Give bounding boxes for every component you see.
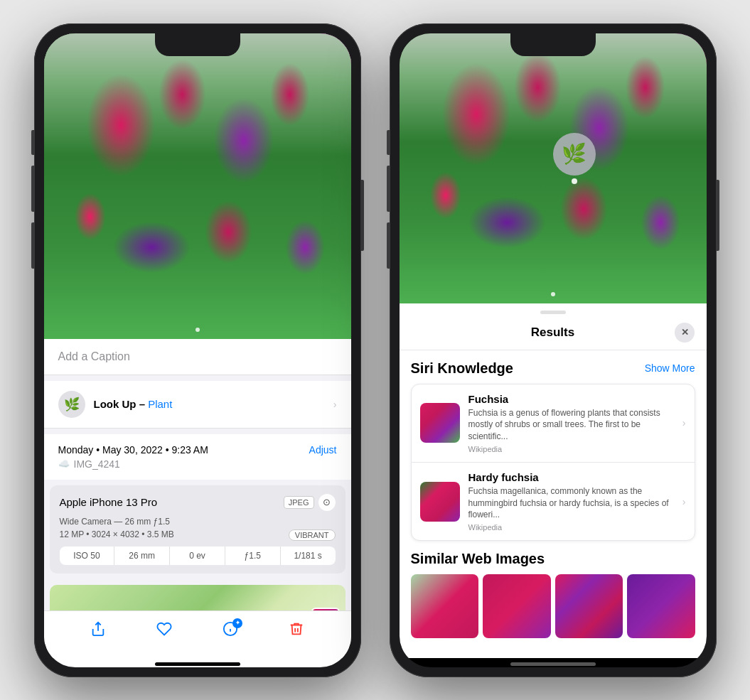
results-header: Results ✕ xyxy=(400,314,707,350)
camera-section: Apple iPhone 13 Pro JPEG ⊙ Wide Camera —… xyxy=(50,485,345,574)
photo-display-right[interactable]: 🌿 xyxy=(400,33,707,303)
file-name: IMG_4241 xyxy=(74,458,120,470)
right-phone: 🌿 Results ✕ Siri Knowledge Show More xyxy=(390,23,717,677)
similar-image-3[interactable] xyxy=(555,574,623,638)
fuchsia-thumbnail xyxy=(420,403,460,443)
fuchsia-chevron-icon: › xyxy=(682,417,686,429)
volume-up-button-right[interactable] xyxy=(387,166,390,212)
similar-images-grid xyxy=(411,574,695,638)
page-indicator xyxy=(195,328,200,332)
lookup-row[interactable]: 🌿 Look Up – Plant › xyxy=(44,381,351,429)
info-button[interactable]: ✦ xyxy=(223,621,238,641)
fuchsia-name: Fuchsia xyxy=(468,393,674,405)
lookup-icon: 🌿 xyxy=(58,391,85,418)
hardy-fuchsia-source: Wikipedia xyxy=(468,523,674,532)
mute-button[interactable] xyxy=(31,130,34,155)
home-indicator xyxy=(155,662,240,666)
hardy-fuchsia-thumbnail xyxy=(420,482,460,522)
siri-dot xyxy=(572,178,577,184)
close-button[interactable]: ✕ xyxy=(675,323,695,343)
results-title: Results xyxy=(531,325,574,340)
location-icon: ⊙ xyxy=(318,494,336,511)
lookup-chevron-icon: › xyxy=(333,399,337,410)
flower-image xyxy=(44,33,351,339)
mute-button-right[interactable] xyxy=(387,130,390,155)
hardy-fuchsia-chevron-icon: › xyxy=(682,496,686,507)
map-thumbnail xyxy=(311,608,340,610)
similar-image-2[interactable] xyxy=(483,574,551,638)
map-thumb-image xyxy=(313,609,338,610)
siri-knowledge-title: Siri Knowledge xyxy=(411,360,513,377)
jpeg-badge: JPEG xyxy=(284,496,314,509)
fuchsia-info: Fuchsia Fuchsia is a genus of flowering … xyxy=(468,393,674,453)
favorite-button[interactable] xyxy=(156,621,172,641)
volume-up-button[interactable] xyxy=(31,166,34,212)
meta-section: Monday • May 30, 2022 • 9:23 AM Adjust ☁… xyxy=(44,434,351,480)
cloud-icon: ☁️ xyxy=(58,458,70,469)
exif-focal: 26 mm xyxy=(114,546,170,565)
toolbar-bottom: ✦ xyxy=(44,610,351,658)
siri-knowledge-header: Siri Knowledge Show More xyxy=(411,360,695,377)
fuchsia-source: Wikipedia xyxy=(468,445,674,453)
left-phone: Add a Caption 🌿 Look Up – Plant › Monday… xyxy=(34,23,361,677)
adjust-button[interactable]: Adjust xyxy=(309,444,337,456)
file-info: ☁️ IMG_4241 xyxy=(58,458,337,470)
photo-date: Monday • May 30, 2022 • 9:23 AM xyxy=(58,444,208,456)
notch xyxy=(155,33,240,56)
vibrant-badge: VIBRANT xyxy=(289,529,336,541)
home-indicator-right xyxy=(510,662,596,666)
show-more-button[interactable]: Show More xyxy=(645,362,695,374)
similar-image-4[interactable] xyxy=(627,574,695,638)
knowledge-item-fuchsia[interactable]: Fuchsia Fuchsia is a genus of flowering … xyxy=(412,384,695,463)
delete-button[interactable] xyxy=(289,621,304,641)
exif-iso: ISO 50 xyxy=(60,546,115,565)
map-preview[interactable] xyxy=(50,585,345,610)
share-button[interactable] xyxy=(90,621,106,641)
power-button-right[interactable] xyxy=(717,180,719,251)
results-sheet: Results ✕ Siri Knowledge Show More xyxy=(400,303,707,658)
caption-placeholder[interactable]: Add a Caption xyxy=(58,350,130,362)
exif-ev: 0 ev xyxy=(170,546,225,565)
hardy-fuchsia-name: Hardy fuchsia xyxy=(468,471,674,483)
camera-lens-spec: Wide Camera — 26 mm ƒ1.5 xyxy=(60,517,336,527)
camera-model: Apple iPhone 13 Pro xyxy=(60,496,158,508)
camera-resolution: 12 MP • 3024 × 4032 • 3.5 MB xyxy=(60,529,174,541)
photo-display[interactable] xyxy=(44,33,351,339)
siri-lookup-icon: 🌿 xyxy=(553,133,596,176)
lookup-label: Look Up – Plant xyxy=(94,398,173,410)
results-content: Siri Knowledge Show More Fuchsia Fuchsia… xyxy=(400,350,707,658)
volume-down-button[interactable] xyxy=(31,222,34,269)
exif-shutter: 1/181 s xyxy=(281,546,336,565)
similar-web-section: Similar Web Images xyxy=(411,551,695,638)
exif-aperture: ƒ1.5 xyxy=(225,546,281,565)
page-indicator-right xyxy=(551,292,555,296)
fuchsia-description: Fuchsia is a genus of flowering plants t… xyxy=(468,407,674,443)
knowledge-item-hardy-fuchsia[interactable]: Hardy fuchsia Fuchsia magellanica, commo… xyxy=(412,463,695,540)
similar-image-1[interactable] xyxy=(411,574,479,638)
hardy-fuchsia-info: Hardy fuchsia Fuchsia magellanica, commo… xyxy=(468,471,674,532)
exif-row: ISO 50 26 mm 0 ev ƒ1.5 1/181 s xyxy=(60,546,336,565)
knowledge-card: Fuchsia Fuchsia is a genus of flowering … xyxy=(411,384,695,542)
hardy-fuchsia-description: Fuchsia magellanica, commonly known as t… xyxy=(468,485,674,521)
flower-image-right xyxy=(400,33,707,303)
volume-down-button-right[interactable] xyxy=(387,222,390,269)
similar-web-title: Similar Web Images xyxy=(411,551,695,567)
info-badge: ✦ xyxy=(232,618,242,628)
notch-right xyxy=(510,33,596,56)
siri-leaf-icon: 🌿 xyxy=(562,142,586,166)
caption-area[interactable]: Add a Caption xyxy=(44,339,351,375)
power-button[interactable] xyxy=(361,180,364,251)
